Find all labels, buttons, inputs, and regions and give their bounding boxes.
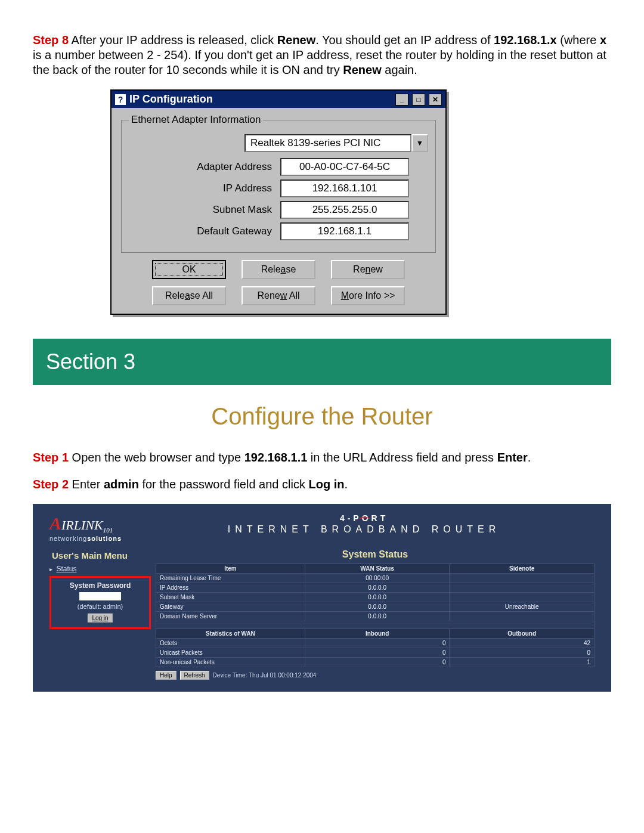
maximize-button[interactable]: □ — [412, 94, 425, 106]
status-link[interactable]: Status — [56, 565, 76, 573]
table-row: Subnet Mask0.0.0.0 — [156, 593, 595, 602]
table-row: Non-unicast Packets01 — [156, 658, 595, 667]
adapter-address-label: Adapter Address — [129, 161, 272, 173]
footer-bar: Help Refresh Device Time: Thu Jul 01 00:… — [156, 671, 595, 680]
password-input[interactable] — [79, 592, 121, 600]
step2-paragraph: Step 2 Enter admin for the password fiel… — [33, 477, 611, 492]
col-sidenote: Sidenote — [450, 564, 595, 574]
default-password-hint: (default: admin) — [55, 603, 145, 610]
col-stats: Statistics of WAN — [156, 629, 305, 639]
step2-label: Step 2 — [33, 478, 69, 491]
subnet-mask-value: 255.255.255.0 — [280, 201, 409, 219]
ip-configuration-dialog: ? IP Configuration _ □ ✕ Ethernet Adapte… — [110, 89, 447, 315]
step1-label: Step 1 — [33, 451, 69, 464]
ok-button[interactable]: OK — [152, 260, 226, 279]
table-row: Gateway0.0.0.0Unreachable — [156, 602, 595, 612]
default-gateway-label: Default Gateway — [129, 225, 272, 237]
more-info-button[interactable]: More Info >> — [331, 286, 405, 305]
release-all-button[interactable]: Release All — [152, 286, 226, 305]
table-row: Octets042 — [156, 639, 595, 648]
renew-button[interactable]: Renew — [331, 260, 405, 279]
system-status-heading: System Status — [156, 549, 595, 560]
subnet-mask-label: Subnet Mask — [129, 204, 272, 216]
content-pane: System Status Item WAN Status Sidenote R… — [156, 547, 595, 680]
ip-address-label: IP Address — [129, 182, 272, 194]
group-legend: Ethernet Adapter Information — [129, 114, 263, 126]
table-row: Domain Name Server0.0.0.0 — [156, 612, 595, 621]
chevron-down-icon[interactable]: ▼ — [411, 134, 428, 152]
caret-icon: ▸ — [49, 566, 52, 572]
step8-paragraph: Step 8 After your IP address is released… — [33, 33, 611, 78]
col-item: Item — [156, 564, 305, 574]
help-button[interactable]: Help — [156, 671, 177, 680]
ethernet-adapter-group: Ethernet Adapter Information Realtek 813… — [121, 114, 436, 253]
col-outbound: Outbound — [450, 629, 595, 639]
router-admin-screenshot: AIRLINK101 networkingsolutions 4-PORT ⌒ … — [33, 504, 611, 692]
sidebar: User's Main Menu ▸ Status System Passwor… — [49, 547, 151, 629]
close-button[interactable]: ✕ — [429, 94, 442, 106]
logo: AIRLINK101 networkingsolutions — [49, 513, 122, 542]
section-banner: Section 3 — [33, 339, 611, 385]
dialog-title: IP Configuration — [129, 93, 213, 106]
release-button[interactable]: Release — [242, 260, 315, 279]
refresh-button[interactable]: Refresh — [180, 671, 209, 680]
table-row: Remaining Lease Time00:00:00 — [156, 574, 595, 583]
col-inbound: Inbound — [305, 629, 450, 639]
users-main-menu-label: User's Main Menu — [52, 550, 151, 561]
section-title: Configure the Router — [33, 403, 611, 430]
app-icon: ? — [115, 94, 126, 105]
wan-status-table: Item WAN Status Sidenote Remaining Lease… — [156, 563, 595, 667]
table-row: Unicast Packets00 — [156, 648, 595, 658]
dialog-titlebar[interactable]: ? IP Configuration _ □ ✕ — [112, 91, 445, 108]
step8-label: Step 8 — [33, 33, 69, 47]
adapter-select[interactable]: Realtek 8139-series PCI NIC ▼ — [244, 134, 428, 152]
adapter-selected: Realtek 8139-series PCI NIC — [244, 134, 411, 152]
product-branding: 4-PORT ⌒ INTERNET BROADBAND ROUTER — [134, 513, 595, 535]
system-password-label: System Password — [55, 581, 145, 590]
ip-address-value: 192.168.1.101 — [280, 179, 409, 197]
login-box: System Password (default: admin) Log in — [49, 576, 151, 629]
default-gateway-value: 192.168.1.1 — [280, 222, 409, 240]
minimize-button[interactable]: _ — [395, 94, 408, 106]
renew-all-button[interactable]: Renew All — [242, 286, 315, 305]
table-row: IP Address0.0.0.0 — [156, 583, 595, 593]
login-button[interactable]: Log in — [88, 614, 112, 623]
step1-paragraph: Step 1 Open the web browser and type 192… — [33, 450, 611, 465]
device-time: Device Time: Thu Jul 01 00:00:12 2004 — [213, 672, 317, 679]
col-wan-status: WAN Status — [305, 564, 450, 574]
adapter-address-value: 00-A0-0C-C7-64-5C — [280, 158, 409, 176]
